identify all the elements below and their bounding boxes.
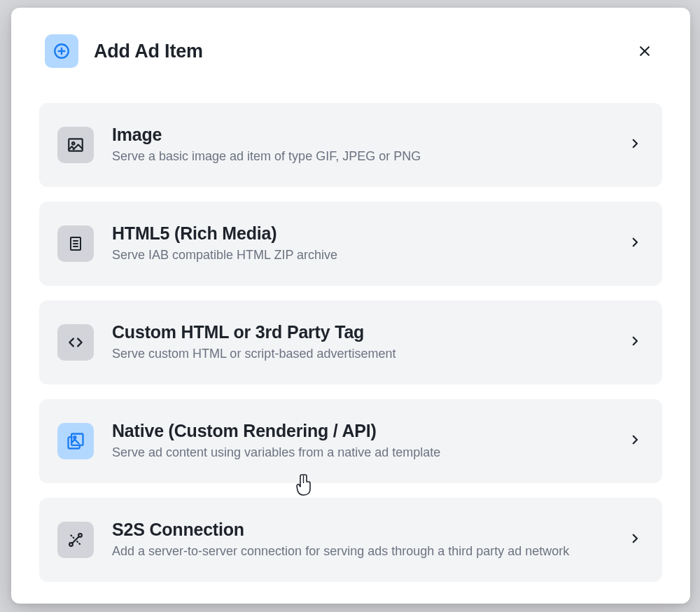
chevron-right-icon: [629, 433, 641, 449]
svg-line-17: [77, 541, 80, 544]
add-icon: [45, 34, 78, 68]
option-title: Image: [112, 125, 616, 145]
option-title: S2S Connection: [112, 520, 616, 540]
option-s2s[interactable]: S2S Connection Add a server-to-server co…: [39, 498, 662, 582]
close-button[interactable]: [633, 39, 657, 63]
option-image[interactable]: Image Serve a basic image ad item of typ…: [39, 103, 662, 187]
option-desc: Serve a basic image ad item of type GIF,…: [112, 148, 616, 165]
svg-line-16: [71, 536, 74, 538]
option-body: HTML5 (Rich Media) Serve IAB compatible …: [112, 223, 616, 263]
svg-point-6: [72, 142, 74, 144]
image-icon: [57, 127, 94, 163]
chevron-right-icon: [629, 137, 641, 153]
document-icon: [57, 225, 94, 262]
option-body: Native (Custom Rendering / API) Serve ad…: [112, 421, 616, 461]
ad-item-options: Image Serve a basic image ad item of typ…: [39, 103, 662, 582]
chevron-right-icon: [629, 236, 641, 251]
option-desc: Serve ad content using variables from a …: [112, 444, 616, 461]
option-title: Native (Custom Rendering / API): [112, 421, 616, 441]
chevron-right-icon: [629, 335, 641, 350]
connection-icon: [57, 522, 94, 558]
add-ad-item-modal: Add Ad Item Image Serve a basic image ad: [11, 8, 690, 604]
code-icon: [57, 324, 94, 361]
option-body: Custom HTML or 3rd Party Tag Serve custo…: [112, 322, 616, 362]
modal-header: Add Ad Item: [39, 34, 662, 68]
svg-rect-11: [71, 434, 83, 445]
option-native[interactable]: Native (Custom Rendering / API) Serve ad…: [39, 399, 662, 483]
option-title: HTML5 (Rich Media): [112, 223, 616, 244]
native-template-icon: [57, 423, 94, 459]
option-desc: Serve custom HTML or script-based advert…: [112, 345, 616, 362]
option-html5[interactable]: HTML5 (Rich Media) Serve IAB compatible …: [39, 202, 662, 286]
option-desc: Serve IAB compatible HTML ZIP archive: [112, 246, 616, 263]
option-body: S2S Connection Add a server-to-server co…: [112, 520, 616, 559]
svg-point-12: [74, 436, 76, 438]
chevron-right-icon: [629, 532, 641, 548]
option-desc: Add a server-to-server connection for se…: [112, 543, 616, 559]
svg-rect-5: [69, 139, 83, 151]
option-body: Image Serve a basic image ad item of typ…: [112, 125, 616, 165]
option-custom-html[interactable]: Custom HTML or 3rd Party Tag Serve custo…: [39, 300, 662, 384]
close-icon: [638, 44, 652, 58]
option-title: Custom HTML or 3rd Party Tag: [112, 322, 616, 342]
modal-title: Add Ad Item: [94, 41, 633, 62]
